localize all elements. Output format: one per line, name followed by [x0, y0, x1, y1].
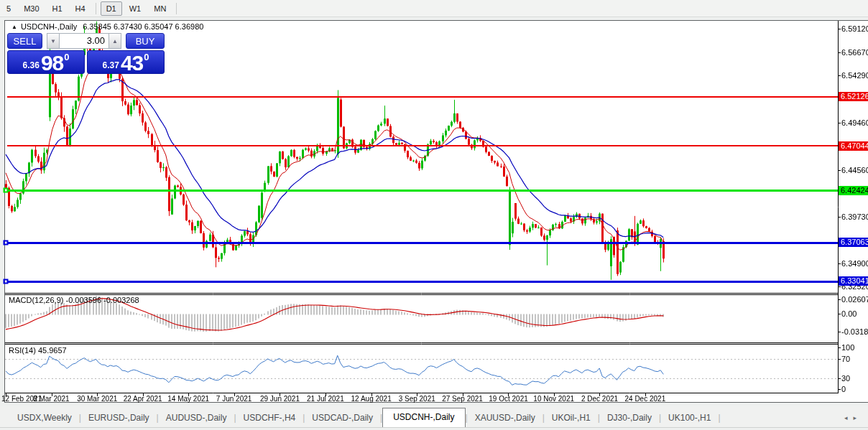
indicator-tick: -0.03187: [841, 327, 868, 336]
date-label: 12 Aug 2021: [351, 395, 392, 403]
collapse-triangle-icon[interactable]: ▲: [11, 24, 17, 30]
volume-increase-button[interactable]: ▲: [108, 33, 121, 49]
chart-ohlc-values: 6.35845 6.37430 6.35047 6.36980: [83, 22, 203, 31]
date-label: 21 Jul 2021: [307, 395, 344, 403]
date-label: 7 Jun 2021: [216, 395, 252, 403]
tab-dj30-daily[interactable]: DJ30-,Daily: [600, 410, 659, 427]
price-line-badge: 6.52126: [839, 92, 868, 101]
macd-title: MACD(12,26,9) -0.003596 -0.003268: [9, 296, 139, 304]
date-label: 27 Sep 2021: [442, 395, 483, 403]
sell-price-sup: 0: [64, 52, 69, 62]
chart-tabs: USDX,Weekly|EURUSD-,Daily|AUDUSD-,Daily|…: [10, 408, 721, 427]
date-label: 30 Mar 2021: [77, 395, 117, 403]
buy-button[interactable]: BUY: [126, 33, 165, 49]
date-label: 2 Dec 2021: [581, 395, 618, 403]
price-tick: 6.34900: [841, 259, 868, 268]
rsi-title: RSI(14) 45.9657: [9, 346, 67, 355]
price-tick: 6.39730: [841, 212, 868, 221]
tab-usdcad-daily[interactable]: USDCAD-,Daily: [305, 410, 380, 427]
buy-price-button[interactable]: 6.37430: [87, 50, 165, 74]
tab-xauusd-daily[interactable]: XAUUSD-,Daily: [468, 410, 542, 427]
chart-tab-bar: USDX,Weekly|EURUSD-,Daily|AUDUSD-,Daily|…: [0, 406, 868, 428]
date-label: 22 Apr 2021: [124, 395, 162, 403]
indicator-tick: 0: [841, 385, 846, 393]
price-line-badge: 6.37063: [839, 238, 868, 247]
buy-price-sup: 0: [144, 52, 149, 62]
price-tick: 6.59120: [841, 24, 868, 33]
indicator-tick: 0.00: [841, 309, 857, 318]
chart-symbol-title: USDCNH-,Daily: [21, 22, 77, 31]
tab-scroll-arrows: ◂▸: [844, 414, 862, 421]
buy-price-big: 43: [121, 54, 143, 73]
date-label: 8 Mar 2021: [33, 395, 70, 403]
date-label: 29 Jun 2021: [260, 395, 300, 403]
indicator-tick: 0.02607: [841, 295, 868, 304]
indicator-tick: 70: [841, 355, 850, 363]
tab-eurusd-daily[interactable]: EURUSD-,Daily: [81, 410, 157, 427]
tab-audusd-daily[interactable]: AUDUSD-,Daily: [159, 410, 234, 427]
tab-usdchf-h4[interactable]: USDCHF-,H4: [236, 410, 303, 427]
sell-price-big: 98: [41, 54, 63, 73]
tab-usdx-weekly[interactable]: USDX,Weekly: [10, 410, 79, 427]
sell-button[interactable]: SELL: [7, 33, 42, 49]
date-label: 14 May 2021: [167, 395, 209, 403]
chevron-up-icon: ▲: [112, 38, 118, 45]
price-line-badge: 6.33041: [839, 276, 868, 286]
buy-price-small: 6.37: [103, 60, 119, 70]
tab-usdcnh-daily[interactable]: USDCNH-,Daily: [382, 408, 465, 427]
date-label: 19 Oct 2021: [489, 395, 527, 403]
chart-title-row: ▲USDCNH-,Daily6.35845 6.37430 6.35047 6.…: [11, 22, 203, 31]
mt4-window: 5M30H1H4D1W1MN ▲USDCNH-,Daily6.35845 6.3…: [0, 0, 868, 430]
tab-ukoil-h1[interactable]: UKOil-,H1: [545, 410, 598, 427]
sell-price-small: 6.36: [23, 60, 40, 70]
price-tick: 6.56670: [841, 48, 868, 57]
one-click-trade-panel: SELL ▼ 3.00 ▲ BUY 6.36980 6.37430: [7, 33, 165, 74]
price-tick: 6.49460: [841, 118, 868, 127]
date-label: 10 Nov 2021: [533, 395, 574, 403]
chevron-down-icon: ▼: [50, 38, 56, 45]
date-label: 24 Dec 2021: [624, 395, 665, 403]
price-tick: 6.54290: [841, 71, 868, 80]
indicator-tick: 100: [841, 343, 854, 352]
price-tick: 6.44560: [841, 166, 868, 174]
date-label: 3 Sep 2021: [399, 395, 435, 403]
tab-scroll-left-icon[interactable]: ◂: [844, 414, 854, 421]
price-line-badge: 6.47044: [839, 141, 868, 151]
indicator-tick: 30: [841, 374, 850, 383]
tab-scroll-right-icon[interactable]: ▸: [853, 414, 862, 421]
tab-separator: |: [718, 413, 720, 427]
tab-uk100-h1[interactable]: UK100-,H1: [661, 410, 718, 427]
price-line-badge: 6.42424: [839, 186, 868, 195]
volume-input[interactable]: 3.00: [60, 33, 108, 49]
volume-decrease-button[interactable]: ▼: [47, 33, 60, 49]
sell-price-button[interactable]: 6.36980: [7, 50, 85, 74]
